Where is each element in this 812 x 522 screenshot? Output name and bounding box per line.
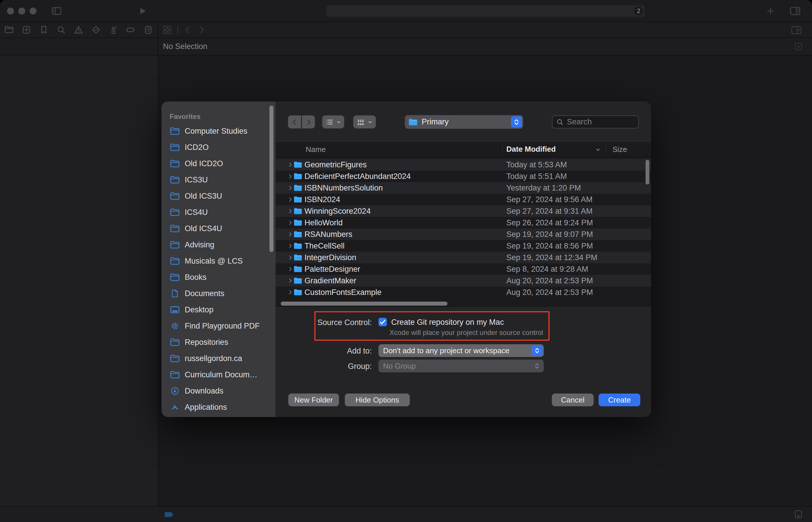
- disclosure-chevron-icon[interactable]: [287, 266, 293, 272]
- zoom-button[interactable]: [29, 7, 37, 15]
- column-header-date-modified[interactable]: Date Modified: [506, 145, 556, 154]
- file-row[interactable]: RSANumbersSep 19, 2024 at 9:07 PM: [276, 228, 651, 240]
- file-row[interactable]: IntegerDivisionSep 19, 2024 at 12:34 PM: [276, 252, 651, 263]
- popup-stepper-icon: [532, 345, 543, 356]
- appstore-icon: [168, 403, 181, 411]
- disclosure-chevron-icon[interactable]: [287, 173, 293, 180]
- disclosure-chevron-icon[interactable]: [287, 196, 293, 203]
- file-row[interactable]: WinningScore2024Sep 27, 2024 at 9:31 AM: [276, 205, 651, 217]
- search-input[interactable]: [566, 117, 631, 127]
- find-navigator-icon[interactable]: [56, 25, 66, 35]
- file-rows: GeometricFiguresToday at 5:53 AM Deficie…: [276, 159, 651, 298]
- dock-editor-icon[interactable]: [793, 509, 803, 519]
- new-folder-button[interactable]: New Folder: [288, 394, 339, 406]
- list-view-button[interactable]: [322, 116, 344, 128]
- activity-status-bar: 2: [326, 5, 645, 17]
- test-navigator-icon[interactable]: [91, 25, 101, 35]
- file-row[interactable]: GeometricFiguresToday at 5:53 AM: [276, 159, 651, 170]
- horizontal-scrollbar[interactable]: [281, 302, 447, 306]
- sidebar-item-old-icd2o[interactable]: Old ICD2O: [162, 156, 276, 172]
- search-field[interactable]: [552, 116, 639, 128]
- popup-stepper-icon: [532, 361, 543, 371]
- toggle-inspector-icon[interactable]: [789, 5, 801, 17]
- folder-icon: [293, 277, 302, 284]
- file-row[interactable]: TheCellSellSep 19, 2024 at 8:56 PM: [276, 240, 651, 252]
- sidebar-item-repositories[interactable]: Repositories: [162, 334, 276, 350]
- disclosure-chevron-icon[interactable]: [287, 185, 293, 191]
- column-divider[interactable]: [502, 144, 503, 154]
- report-navigator-icon[interactable]: [143, 25, 153, 35]
- issue-count-badge[interactable]: 2: [634, 7, 643, 15]
- disclosure-chevron-icon[interactable]: [287, 220, 293, 226]
- run-button-icon[interactable]: [138, 6, 147, 16]
- icon-view-button[interactable]: [353, 116, 376, 128]
- breakpoint-navigator-tag-icon[interactable]: [126, 25, 136, 35]
- source-control-navigator-icon[interactable]: [21, 25, 31, 35]
- sidebar-item-old-ics3u[interactable]: Old ICS3U: [162, 188, 276, 204]
- sidebar-item-ics3u[interactable]: ICS3U: [162, 172, 276, 188]
- editor-options-icon[interactable]: [793, 41, 803, 51]
- pane-divider[interactable]: [158, 22, 158, 522]
- navigator-pane: [0, 55, 158, 506]
- sidebar-item-find-playground-pdf[interactable]: Find Playground PDF: [162, 318, 276, 334]
- sidebar-scrollbar[interactable]: [269, 105, 273, 252]
- sidebar-item-musicals-lcs[interactable]: Musicals @ LCS: [162, 253, 276, 269]
- sidebar-item-computer-studies[interactable]: Computer Studies: [162, 123, 276, 139]
- sort-chevron-icon: [594, 146, 602, 153]
- folder-icon: [168, 354, 181, 363]
- sidebar-item-advising[interactable]: Advising: [162, 237, 276, 253]
- file-row[interactable]: ISBNNumbersSolutionYesterday at 1:20 PM: [276, 182, 651, 194]
- sidebar-item-icd2o[interactable]: ICD2O: [162, 139, 276, 156]
- sidebar-item-documents[interactable]: Documents: [162, 285, 276, 302]
- file-row[interactable]: PaletteDesignerSep 8, 2024 at 9:28 AM: [276, 263, 651, 275]
- folder-icon: [293, 207, 302, 215]
- sidebar-item-applications[interactable]: Applications: [162, 399, 276, 415]
- folder-icon: [408, 118, 418, 126]
- sidebar-item-books[interactable]: Books: [162, 269, 276, 285]
- disclosure-chevron-icon[interactable]: [287, 278, 293, 284]
- debug-navigator-spray-icon[interactable]: [108, 25, 118, 35]
- breakpoints-toggle-icon[interactable]: [165, 512, 174, 517]
- sidebar-item-desktop[interactable]: Desktop: [162, 302, 276, 318]
- sidebar-item-downloads[interactable]: Downloads: [162, 383, 276, 399]
- related-items-icon[interactable]: [162, 25, 172, 35]
- library-plus-icon[interactable]: [766, 6, 775, 16]
- project-navigator-folder-icon[interactable]: [4, 25, 14, 35]
- editor-back-icon[interactable]: [183, 25, 192, 34]
- add-editor-icon[interactable]: [791, 24, 802, 36]
- disclosure-chevron-icon[interactable]: [287, 254, 293, 261]
- disclosure-chevron-icon[interactable]: [287, 243, 293, 249]
- file-row[interactable]: CustomFontsExampleAug 20, 2024 at 2:53 P…: [276, 286, 651, 298]
- issue-navigator-icon[interactable]: [74, 25, 83, 35]
- column-header-name[interactable]: Name: [306, 145, 326, 154]
- forward-button[interactable]: [302, 116, 315, 128]
- hide-options-button[interactable]: Hide Options: [345, 394, 410, 406]
- column-header-size[interactable]: Size: [612, 145, 627, 154]
- back-button[interactable]: [288, 116, 301, 128]
- file-row[interactable]: ISBN2024Sep 27, 2024 at 9:56 AM: [276, 194, 651, 205]
- cancel-button[interactable]: Cancel: [552, 394, 594, 406]
- add-to-popup[interactable]: Don't add to any project or workspace: [379, 344, 544, 357]
- disclosure-chevron-icon[interactable]: [287, 231, 293, 238]
- save-dialog-sheet: Favorites Computer Studies ICD2O Old ICD…: [162, 101, 651, 417]
- minimize-button[interactable]: [18, 7, 25, 15]
- bookmark-navigator-icon[interactable]: [39, 25, 49, 35]
- sidebar-item-curriculum-documents[interactable]: Curriculum Docum…: [162, 366, 276, 383]
- vertical-scrollbar[interactable]: [646, 160, 649, 184]
- file-row[interactable]: HelloWorldSep 26, 2024 at 9:24 PM: [276, 217, 651, 228]
- editor-forward-icon[interactable]: [197, 25, 206, 34]
- disclosure-chevron-icon[interactable]: [287, 208, 293, 214]
- sidebar-item-old-ics4u[interactable]: Old ICS4U: [162, 220, 276, 237]
- create-button[interactable]: Create: [598, 394, 640, 406]
- git-repository-checkbox-label[interactable]: Create Git repository on my Mac: [391, 318, 504, 326]
- toggle-navigator-icon[interactable]: [51, 5, 62, 17]
- close-button[interactable]: [7, 7, 14, 15]
- sidebar-item-ics4u[interactable]: ICS4U: [162, 204, 276, 220]
- file-row[interactable]: GradientMakerAug 20, 2024 at 2:53 PM: [276, 275, 651, 286]
- git-repository-checkbox[interactable]: [379, 318, 387, 326]
- file-row[interactable]: DeficientPerfectAbundant2024Today at 5:5…: [276, 170, 651, 182]
- disclosure-chevron-icon[interactable]: [287, 289, 293, 296]
- location-popup[interactable]: Primary: [405, 115, 523, 129]
- sidebar-item-russellgordon-ca[interactable]: russellgordon.ca: [162, 350, 276, 366]
- disclosure-chevron-icon[interactable]: [287, 162, 293, 168]
